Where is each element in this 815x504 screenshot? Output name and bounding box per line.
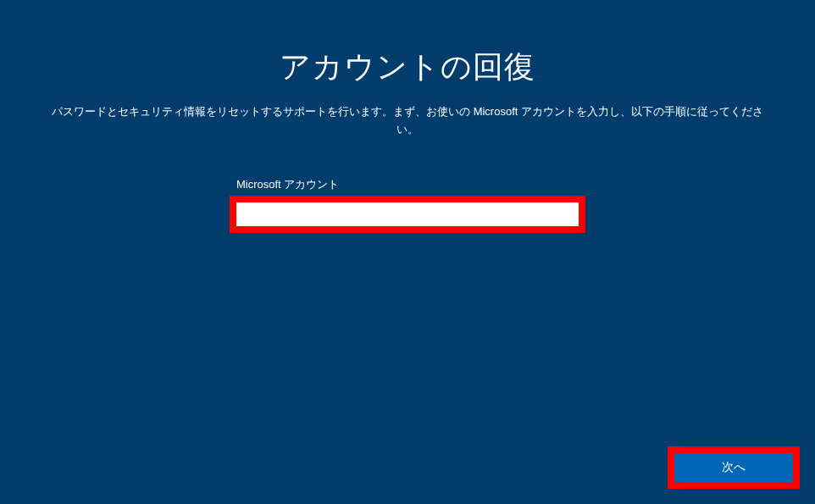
input-highlight-box: [230, 196, 585, 233]
microsoft-account-input[interactable]: [236, 202, 579, 226]
account-field-label: Microsoft アカウント: [236, 177, 339, 192]
next-button[interactable]: 次へ: [674, 453, 793, 482]
account-recovery-container: アカウントの回復 パスワードとセキュリティ情報をリセットするサポートを行います。…: [0, 0, 815, 504]
page-title: アカウントの回復: [280, 47, 535, 88]
page-subtitle: パスワードとセキュリティ情報をリセットするサポートを行います。まず、お使いの M…: [51, 103, 764, 139]
button-highlight-box: 次へ: [668, 446, 800, 489]
form-section: Microsoft アカウント: [230, 177, 585, 233]
